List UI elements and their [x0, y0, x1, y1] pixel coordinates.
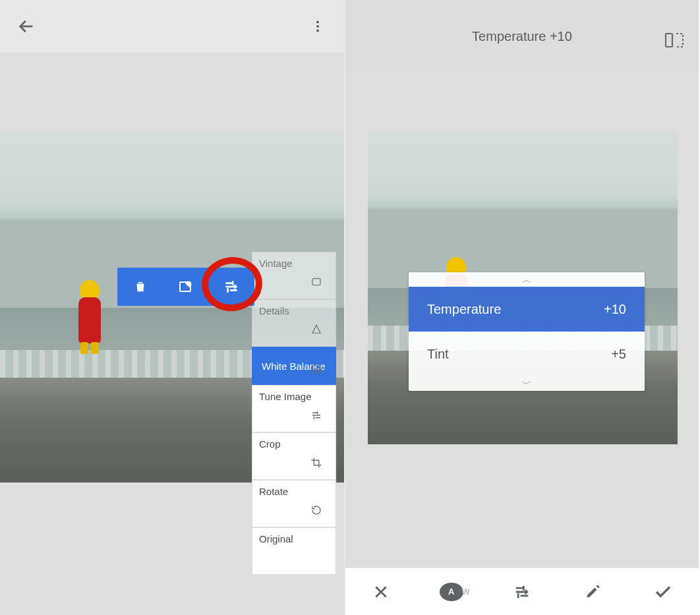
adjustment-title: Temperature +10 [472, 29, 572, 44]
history-item-vintage[interactable]: Vintage [252, 252, 336, 299]
adjust-row-tint[interactable]: Tint +5 [409, 332, 645, 376]
header-right: Temperature +10 [345, 0, 699, 73]
header-left [0, 0, 344, 53]
brush-edit-button[interactable] [173, 274, 199, 300]
history-label: Details [259, 305, 289, 316]
bottom-toolbar: A [345, 568, 699, 615]
photo-subject [76, 280, 103, 359]
adjust-value: +5 [611, 347, 626, 362]
history-label: Crop [259, 438, 281, 450]
screen-white-balance: Temperature +10 ︿ Temperature +10 Tint +… [345, 0, 699, 615]
svg-point-1 [316, 25, 319, 28]
svg-rect-4 [312, 279, 320, 285]
apply-button[interactable] [647, 576, 679, 608]
history-label: Rotate [259, 486, 288, 497]
adjustment-picker: ︿ Temperature +10 Tint +5 ﹀ [409, 272, 645, 391]
auto-wb-icon: A [440, 583, 463, 601]
auto-wb-button[interactable]: A [436, 576, 467, 608]
adjust-value: +10 [604, 302, 626, 317]
history-item-details[interactable]: Details [252, 299, 336, 347]
back-button[interactable] [12, 12, 41, 41]
edit-history-list: Vintage Details White Balance WB Tune Im… [252, 252, 336, 575]
history-item-crop[interactable]: Crop [252, 432, 336, 480]
history-label: Tune Image [259, 391, 312, 402]
svg-rect-7 [666, 34, 672, 47]
history-label: Original [259, 533, 293, 544]
screen-edit-stack: Vintage Details White Balance WB Tune Im… [0, 0, 345, 615]
chevron-up-icon[interactable]: ︿ [409, 272, 645, 287]
more-menu-button[interactable] [303, 12, 332, 41]
history-item-rotate[interactable]: Rotate [252, 480, 336, 527]
history-item-original[interactable]: Original [252, 527, 336, 575]
svg-point-2 [316, 29, 319, 32]
eyedropper-button[interactable] [577, 576, 608, 608]
svg-point-0 [316, 21, 319, 24]
svg-text:WB: WB [314, 367, 322, 373]
history-label: Vintage [259, 258, 293, 269]
tune-button[interactable] [506, 576, 538, 608]
adjust-label: Temperature [427, 302, 501, 317]
history-item-white-balance[interactable]: White Balance WB [252, 347, 336, 385]
cancel-button[interactable] [365, 576, 397, 608]
adjust-label: Tint [427, 347, 449, 362]
history-item-tune-image[interactable]: Tune Image [252, 385, 336, 432]
adjust-row-temperature[interactable]: Temperature +10 [409, 287, 645, 332]
compare-button[interactable] [664, 32, 684, 51]
chevron-down-icon[interactable]: ﹀ [409, 376, 645, 391]
delete-step-button[interactable] [127, 274, 154, 300]
